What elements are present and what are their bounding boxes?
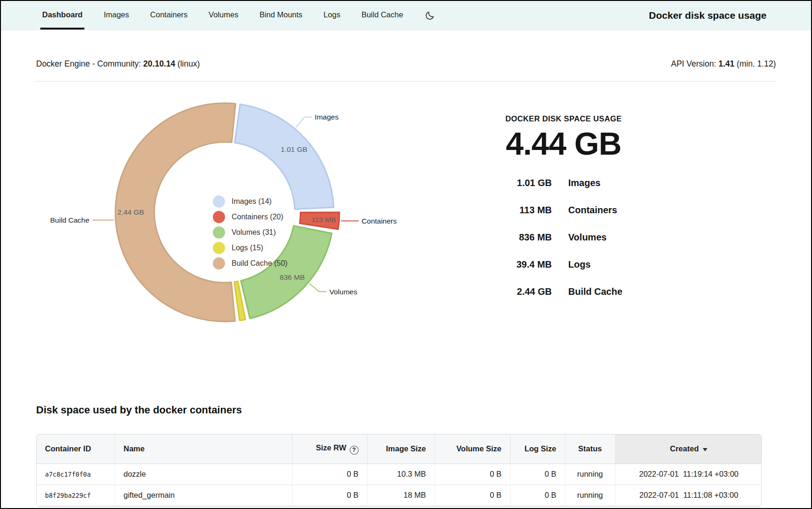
- summary-label: Build Cache: [568, 286, 623, 297]
- legend-swatch: [213, 226, 225, 239]
- containers-table: Container IDNameSize RW?Image SizeVolume…: [37, 434, 762, 506]
- slice-value-label: 836 MB: [280, 273, 305, 281]
- cell-container-id: b8f29ba229cf: [37, 485, 115, 506]
- api-label: API Version:: [671, 59, 716, 68]
- column-label: Volume Size: [457, 444, 502, 453]
- disk-usage-summary: DOCKER DISK SPACE USAGE 4.44 GB 1.01 GBI…: [463, 114, 664, 297]
- column-header-size-rw[interactable]: Size RW?: [292, 434, 367, 464]
- containers-section-heading: Disk space used by the docker containers: [36, 404, 776, 416]
- summary-value: 39.4 MB: [463, 259, 552, 270]
- slice-value-label: 1.01 GB: [281, 145, 308, 153]
- tab-build-cache[interactable]: Build Cache: [360, 1, 405, 30]
- cell-status: running: [565, 485, 615, 506]
- legend-label: Containers (20): [232, 213, 283, 221]
- containers-table-wrap: Container IDNameSize RW?Image SizeVolume…: [36, 434, 762, 507]
- sort-desc-icon: [703, 448, 707, 451]
- column-label: Container ID: [45, 444, 91, 453]
- cell-volume-size: 0 B: [435, 464, 510, 485]
- legend-item-build-cache[interactable]: Build Cache (50): [213, 257, 287, 269]
- column-header-created[interactable]: Created: [615, 434, 762, 464]
- callout-label-build-cache: Build Cache: [50, 216, 90, 224]
- summary-label: Images: [568, 178, 601, 188]
- legend-item-images[interactable]: Images (14): [213, 195, 287, 208]
- legend-label: Logs (15): [232, 244, 263, 252]
- cell-image-size: 10.3 MB: [367, 464, 435, 485]
- table-row: a7c8c17f0f0adozzle0 B10.3 MB0 B0 Brunnin…: [37, 464, 762, 485]
- column-label: Created: [670, 444, 699, 453]
- summary-rows: 1.01 GBImages113 MBContainers836 MBVolum…: [463, 178, 664, 297]
- summary-value: 113 MB: [463, 205, 552, 216]
- legend-label: Build Cache (50): [232, 259, 287, 268]
- nav-tabs: DashboardImagesContainersVolumesBind Mou…: [40, 1, 405, 30]
- tab-containers[interactable]: Containers: [148, 1, 189, 30]
- tab-volumes[interactable]: Volumes: [207, 1, 240, 30]
- summary-row-build-cache: 2.44 GBBuild Cache: [463, 286, 664, 297]
- cell-name: dozzle: [115, 464, 292, 485]
- api-version-text: API Version: 1.41 (min. 1.12): [671, 59, 776, 69]
- column-header-image-size[interactable]: Image Size: [367, 434, 435, 464]
- engine-version: 20.10.14: [143, 59, 175, 68]
- dashboard-chart-section: 1.01 GB113 MB836 MB2.44 GBImagesContaine…: [1, 82, 811, 371]
- column-header-volume-size[interactable]: Volume Size: [435, 434, 510, 464]
- summary-row-logs: 39.4 MBLogs: [463, 259, 664, 270]
- table-header-row: Container IDNameSize RW?Image SizeVolume…: [37, 434, 762, 464]
- summary-label: Containers: [568, 205, 617, 216]
- legend-item-logs[interactable]: Logs (15): [213, 242, 287, 254]
- callout-label-volumes: Volumes: [329, 288, 357, 296]
- app-title: Docker disk space usage: [649, 10, 767, 21]
- tab-images[interactable]: Images: [102, 1, 131, 30]
- slice-value-label: 113 MB: [311, 216, 336, 224]
- summary-value: 1.01 GB: [463, 178, 552, 188]
- help-icon[interactable]: ?: [350, 446, 359, 455]
- tab-dashboard[interactable]: Dashboard: [40, 1, 84, 30]
- slice-value-label: 2.44 GB: [118, 208, 144, 216]
- summary-row-images: 1.01 GBImages: [463, 178, 664, 188]
- table-body: a7c8c17f0f0adozzle0 B10.3 MB0 B0 Brunnin…: [37, 464, 762, 506]
- column-header-log-size[interactable]: Log Size: [510, 434, 565, 464]
- cell-status: running: [565, 464, 615, 485]
- legend-item-volumes[interactable]: Volumes (31): [213, 226, 287, 239]
- column-header-name[interactable]: Name: [115, 434, 292, 464]
- api-min-version: (min. 1.12): [737, 59, 776, 68]
- summary-label: Volumes: [568, 232, 607, 243]
- column-header-container-id[interactable]: Container ID: [37, 434, 115, 464]
- cell-size-rw: 0 B: [292, 485, 367, 506]
- moon-icon: [425, 10, 435, 21]
- column-label: Log Size: [525, 444, 556, 453]
- legend-label: Images (14): [232, 197, 271, 206]
- column-label: Status: [578, 444, 601, 453]
- cell-created: 2022-07-01 11:19:14 +03:00: [615, 464, 762, 485]
- chart-legend: Images (14)Containers (20)Volumes (31)Lo…: [213, 195, 287, 269]
- cell-name: gifted_germain: [115, 485, 292, 506]
- engine-label: Docker Engine - Community:: [36, 59, 141, 68]
- cell-volume-size: 0 B: [435, 485, 510, 506]
- summary-row-volumes: 836 MBVolumes: [463, 232, 664, 243]
- engine-version-text: Docker Engine - Community: 20.10.14 (lin…: [36, 59, 200, 69]
- column-label: Name: [124, 444, 145, 453]
- table-row: b8f29ba229cfgifted_germain0 B18 MB0 B0 B…: [37, 485, 762, 506]
- cell-log-size: 0 B: [510, 485, 565, 506]
- summary-total: 4.44 GB: [463, 125, 664, 162]
- top-nav-bar: DashboardImagesContainersVolumesBind Mou…: [1, 1, 811, 30]
- cell-created: 2022-07-01 11:11:08 +03:00: [615, 485, 762, 506]
- summary-value: 836 MB: [463, 232, 552, 243]
- column-label: Size RW: [316, 443, 346, 452]
- cell-size-rw: 0 B: [292, 464, 367, 485]
- callout-label-containers: Containers: [361, 217, 397, 225]
- summary-title: DOCKER DISK SPACE USAGE: [463, 114, 664, 123]
- engine-platform: (linux): [178, 59, 200, 68]
- cell-image-size: 18 MB: [367, 485, 435, 506]
- legend-item-containers[interactable]: Containers (20): [213, 211, 287, 223]
- legend-swatch: [213, 242, 225, 254]
- summary-row-containers: 113 MBContainers: [463, 205, 664, 216]
- summary-label: Logs: [568, 259, 591, 270]
- column-label: Image Size: [386, 444, 426, 453]
- callout-line: [296, 117, 312, 127]
- tab-logs[interactable]: Logs: [322, 1, 342, 30]
- legend-swatch: [213, 211, 225, 223]
- callout-line: [310, 284, 327, 292]
- tab-bind-mounts[interactable]: Bind Mounts: [257, 1, 304, 30]
- dark-mode-toggle[interactable]: [425, 1, 435, 30]
- column-header-status[interactable]: Status: [565, 434, 615, 464]
- api-version: 1.41: [718, 59, 734, 68]
